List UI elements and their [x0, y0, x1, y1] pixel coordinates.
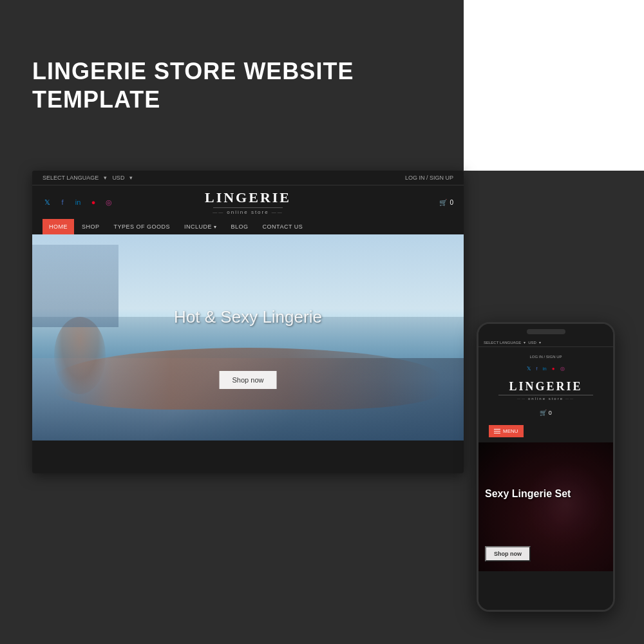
- mobile-auth[interactable]: LOG IN / SIGN UP: [529, 355, 562, 359]
- instagram-icon[interactable]: ◎: [104, 198, 113, 207]
- currency-label: USD: [112, 175, 124, 181]
- mobile-facebook-icon[interactable]: f: [536, 366, 537, 372]
- nav-include[interactable]: INCLUDE ▾: [178, 219, 223, 234]
- desktop-logo-subtitle: online store: [205, 209, 291, 215]
- desktop-cart[interactable]: 🛒 0: [439, 199, 453, 206]
- desktop-shop-now-button[interactable]: Shop now: [220, 371, 277, 389]
- facebook-icon[interactable]: f: [58, 198, 67, 207]
- desktop-top-bar: SELECT LANGUAGE ▾ USD ▾ LOG IN / SIGN UP: [32, 171, 464, 185]
- main-title: LINGERIE STORE WEBSITE TEMPLATE: [32, 57, 354, 113]
- mobile-top-bar-left: SELECT LANGUAGE ▾ USD ▾: [484, 340, 541, 345]
- desktop-hero-title: Hot & Sexy Lingerie: [174, 307, 322, 327]
- hamburger-icon: [494, 429, 500, 433]
- mobile-logo-name: LINGERIE: [478, 380, 613, 393]
- mobile-logo: LINGERIE online store: [478, 375, 613, 403]
- mobile-menu-area: MENU: [478, 420, 613, 442]
- desktop-nav: HOME SHOP TYPES OF GOODS INCLUDE ▾ BLOG …: [32, 219, 464, 234]
- mobile-top-bar: SELECT LANGUAGE ▾ USD ▾: [478, 338, 613, 347]
- mobile-cart-count: 0: [549, 410, 552, 416]
- currency-dropdown-icon: ▾: [129, 175, 133, 181]
- desktop-hero: Hot & Sexy Lingerie Shop now: [32, 234, 464, 440]
- desktop-mockup: SELECT LANGUAGE ▾ USD ▾ LOG IN / SIGN UP…: [32, 171, 464, 473]
- nav-blog[interactable]: BLOG: [225, 219, 255, 234]
- mobile-notch: [527, 329, 565, 334]
- mobile-currency-label: USD: [528, 341, 536, 345]
- mobile-signin-bar: LOG IN / SIGN UP: [478, 347, 613, 363]
- nav-types[interactable]: TYPES OF GOODS: [108, 219, 177, 234]
- mobile-language-dropdown-icon: ▾: [524, 340, 526, 345]
- language-dropdown-icon: ▾: [104, 175, 107, 181]
- cart-icon: 🛒: [439, 199, 447, 206]
- mobile-linkedin-icon[interactable]: in: [543, 366, 547, 372]
- mobile-cart[interactable]: 🛒 0: [540, 410, 552, 416]
- hero-city-bg: [32, 245, 118, 327]
- title-line1: LINGERIE STORE WEBSITE: [32, 58, 354, 84]
- mobile-logo-subtitle: online store: [478, 397, 613, 401]
- nav-home[interactable]: HOME: [43, 219, 74, 234]
- mobile-language-label: SELECT LANGUAGE: [484, 341, 521, 345]
- desktop-auth[interactable]: LOG IN / SIGN UP: [405, 175, 453, 181]
- mobile-social-bar: 𝕏 f in ● ◎: [478, 363, 613, 375]
- pinterest-icon[interactable]: ●: [89, 198, 98, 207]
- nav-shop[interactable]: SHOP: [75, 219, 106, 234]
- right-panel-top: [464, 0, 644, 171]
- cart-count: 0: [450, 199, 453, 206]
- mobile-mockup: SELECT LANGUAGE ▾ USD ▾ LOG IN / SIGN UP…: [477, 322, 615, 612]
- mobile-cart-row: 🛒 0: [478, 403, 613, 420]
- mobile-twitter-icon[interactable]: 𝕏: [527, 366, 531, 372]
- mobile-currency-dropdown-icon: ▾: [539, 340, 541, 345]
- title-line2: TEMPLATE: [32, 86, 160, 113]
- mobile-hero-title: Sexy Lingerie Set: [485, 488, 571, 500]
- desktop-logo: LINGERIE online store: [205, 189, 291, 215]
- mobile-instagram-icon[interactable]: ◎: [560, 366, 565, 372]
- language-label: SELECT LANGUAGE: [43, 175, 99, 181]
- mobile-pinterest-icon[interactable]: ●: [552, 366, 555, 372]
- desktop-top-bar-left: SELECT LANGUAGE ▾ USD ▾: [43, 175, 133, 181]
- linkedin-icon[interactable]: in: [73, 198, 82, 207]
- hero-head-silhouette: [54, 317, 106, 394]
- mobile-shop-now-button[interactable]: Shop now: [485, 546, 531, 562]
- desktop-social-icons: 𝕏 f in ● ◎: [43, 198, 113, 207]
- mobile-menu-label: MENU: [503, 428, 518, 434]
- twitter-icon[interactable]: 𝕏: [43, 198, 52, 207]
- desktop-logo-name: LINGERIE: [205, 189, 291, 206]
- mobile-menu-button[interactable]: MENU: [489, 425, 524, 437]
- mobile-screen: SELECT LANGUAGE ▾ USD ▾ LOG IN / SIGN UP…: [478, 324, 613, 610]
- nav-contact[interactable]: CONTACT US: [256, 219, 310, 234]
- mobile-hero: Sexy Lingerie Set Shop now: [478, 442, 613, 571]
- left-panel: LINGERIE STORE WEBSITE TEMPLATE: [0, 0, 464, 171]
- desktop-social-bar: 𝕏 f in ● ◎ LINGERIE online store 🛒 0: [32, 185, 464, 219]
